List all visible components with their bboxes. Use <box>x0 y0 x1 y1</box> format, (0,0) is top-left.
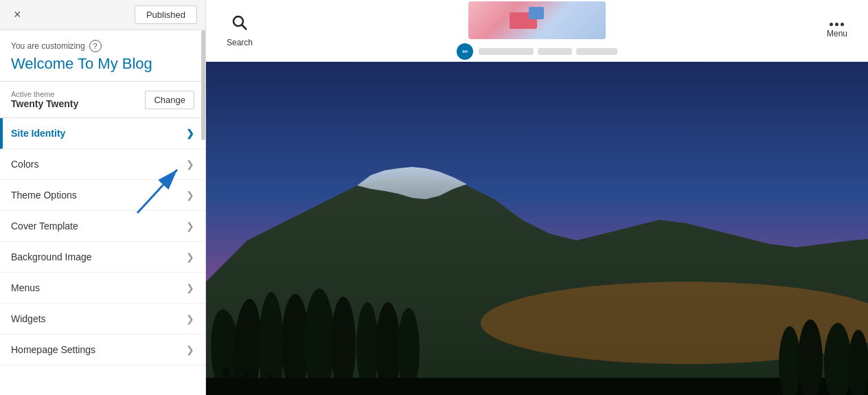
chevron-right-icon: ❯ <box>186 313 194 324</box>
landscape-svg <box>206 62 868 395</box>
menu-button[interactable]: Menu <box>827 23 847 38</box>
chevron-right-icon: ❯ <box>186 128 194 139</box>
menu-item-label: Background Image <box>11 251 92 262</box>
menu-item-colors[interactable]: Colors❯ <box>0 149 205 180</box>
change-theme-button[interactable]: Change <box>145 91 194 109</box>
menu-item-cover-template[interactable]: Cover Template❯ <box>0 211 205 242</box>
tagline-block-3 <box>576 48 617 55</box>
published-button[interactable]: Published <box>135 5 197 24</box>
chevron-right-icon: ❯ <box>186 190 194 201</box>
chevron-right-icon: ❯ <box>186 159 194 170</box>
active-theme-name: Twenty Twenty <box>11 98 78 109</box>
menu-item-label: Menus <box>11 282 40 293</box>
tagline-block-2 <box>538 48 572 55</box>
top-bar: × Published <box>0 0 205 30</box>
customizer-panel: × Published You are customizing ? Welcom… <box>0 0 206 395</box>
chevron-right-icon: ❯ <box>186 282 194 293</box>
menu-item-background-image[interactable]: Background Image❯ <box>0 242 205 273</box>
chevron-right-icon: ❯ <box>186 251 194 262</box>
search-label: Search <box>227 38 253 47</box>
dot-1 <box>830 23 833 26</box>
edit-pencil-icon[interactable]: ✏ <box>457 43 473 60</box>
customizing-block: You are customizing ? Welcome To My Blog <box>0 30 205 82</box>
menu-item-label: Colors <box>11 159 38 170</box>
help-icon[interactable]: ? <box>89 40 102 52</box>
preview-header: Search ✏ Menu <box>206 0 868 62</box>
dot-2 <box>835 23 838 26</box>
customizing-text: You are customizing <box>11 41 85 51</box>
menu-list: Site Identity❯Colors❯Theme Options❯Cover… <box>0 118 205 395</box>
menu-item-homepage-settings[interactable]: Homepage Settings❯ <box>0 335 205 365</box>
search-button[interactable]: Search <box>227 14 253 47</box>
chevron-right-icon: ❯ <box>186 344 194 355</box>
close-button[interactable]: × <box>8 5 27 25</box>
svg-point-2 <box>233 16 243 26</box>
customizing-label: You are customizing ? <box>11 40 194 52</box>
tagline-text <box>479 48 617 55</box>
svg-line-3 <box>242 25 247 30</box>
center-logo: ✏ <box>457 1 617 60</box>
menu-label: Menu <box>827 29 847 38</box>
logo-image <box>468 1 606 39</box>
menu-item-menus[interactable]: Menus❯ <box>0 273 205 304</box>
menu-item-widgets[interactable]: Widgets❯ <box>0 304 205 335</box>
dot-3 <box>841 23 844 26</box>
search-icon <box>231 14 248 35</box>
menu-item-label: Theme Options <box>11 190 77 201</box>
tagline-block-1 <box>479 48 534 55</box>
active-theme-label: Active theme <box>11 90 78 98</box>
blog-title: Welcome To My Blog <box>11 55 194 73</box>
tagline-bar: ✏ <box>457 43 617 60</box>
menu-item-theme-options[interactable]: Theme Options❯ <box>0 180 205 211</box>
active-theme-block: Active theme Twenty Twenty Change <box>0 82 205 118</box>
menu-item-label: Site Identity <box>11 128 65 139</box>
menu-item-label: Cover Template <box>11 221 78 232</box>
menu-item-label: Widgets <box>11 313 46 324</box>
scroll-indicator <box>201 30 205 140</box>
dots-row <box>830 23 844 26</box>
chevron-right-icon: ❯ <box>186 221 194 232</box>
active-theme-info: Active theme Twenty Twenty <box>11 90 78 109</box>
preview-panel: Search ✏ Menu <box>206 0 868 395</box>
svg-rect-20 <box>206 378 868 395</box>
landscape-image <box>206 62 868 395</box>
menu-item-label: Homepage Settings <box>11 344 95 355</box>
menu-item-site-identity[interactable]: Site Identity❯ <box>0 118 205 149</box>
